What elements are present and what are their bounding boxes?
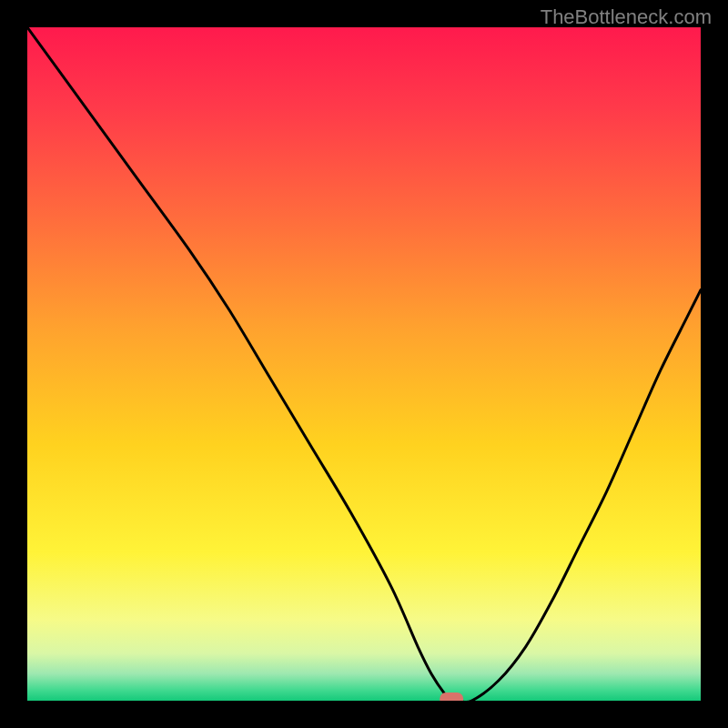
chart-plot-area bbox=[27, 27, 701, 701]
chart-background bbox=[27, 27, 701, 701]
chart-svg bbox=[27, 27, 701, 701]
watermark-text: TheBottleneck.com bbox=[541, 5, 712, 29]
chart-marker bbox=[440, 693, 463, 701]
